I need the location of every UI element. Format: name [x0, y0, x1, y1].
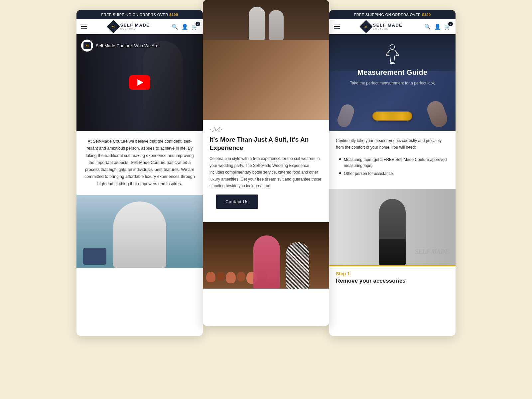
search-icon-3[interactable]: 🔍 [424, 24, 431, 30]
promo-amount-1: $199 [169, 13, 178, 17]
nav-icons-1: 🔍 👤 🛒 2 [172, 24, 198, 30]
crowd-head-3 [226, 272, 236, 283]
logo-symbol-1: M [112, 25, 115, 28]
promo-amount-3: $199 [422, 13, 431, 17]
bullet-dot-1 [339, 158, 341, 160]
measurement-description: Confidently take your measurements corre… [336, 137, 449, 151]
wedding-group-image [203, 0, 329, 40]
brand-name-top-3: SELF MADE [373, 23, 402, 28]
menu-icon-1[interactable] [81, 25, 87, 29]
account-icon-1[interactable]: 👤 [182, 24, 188, 30]
bullet-item-1: Measuring tape (get a FREE Self-Made Cou… [339, 156, 449, 170]
event-crowd-bg [203, 222, 329, 289]
video-title-bar: M Self Made Couture: Who We Are [81, 40, 158, 52]
promo-bar-3: FREE SHIPPING ON ORDERS OVER $199 [329, 10, 456, 19]
bullet-text-2: Other person for assistance [344, 171, 393, 177]
logo-diamond-1: M [107, 20, 120, 33]
pink-figure [253, 235, 280, 289]
phone-1: FREE SHIPPING ON ORDERS OVER $199 M SELF… [76, 10, 203, 336]
brand-name-top-1: SELF MADE [120, 23, 150, 28]
promo-bar-1: FREE SHIPPING ON ORDERS OVER $199 [76, 10, 203, 19]
youtube-logo: M [81, 40, 93, 52]
yt-symbol: M [85, 44, 88, 48]
bag-element [83, 248, 106, 265]
cart-icon-1[interactable]: 🛒 2 [192, 24, 198, 30]
logo-1[interactable]: M SELF MADE COUTURE [109, 22, 150, 31]
section-body-2: Celebrate in style with a free experienc… [203, 155, 329, 195]
measurement-body: Confidently take your measurements corre… [329, 131, 456, 189]
video-title: Self Made Couture: Who We Are [96, 43, 158, 48]
hero-top-bg [203, 0, 329, 40]
group-bg [203, 40, 329, 120]
logo-diamond-3: M [360, 20, 373, 33]
about-text: At Self-Made Couture we believe that the… [83, 138, 196, 188]
phone-2: ·𝓜· It's More Than Just A Suit, It's An … [203, 0, 329, 326]
brand-ornament: ·𝓜· [203, 120, 329, 136]
crowd-head-2 [216, 272, 225, 281]
step-section: Step 1: Remove your accessories [329, 265, 456, 288]
crowd-head-4 [237, 272, 245, 282]
promo-text-3: FREE SHIPPING ON ORDERS OVER [354, 13, 422, 17]
mannequin-icon-wrapper [384, 44, 401, 64]
about-section: At Self-Made Couture we believe that the… [76, 131, 203, 195]
figures-top [249, 7, 284, 40]
cart-badge-1: 2 [196, 22, 200, 26]
watermark-text: SELF MADE [415, 248, 449, 255]
cart-icon-3[interactable]: 🛒 2 [444, 24, 451, 30]
navbar-3: M SELF MADE COUTURE 🔍 👤 🛒 2 [329, 19, 456, 34]
cart-badge-3: 2 [448, 22, 453, 26]
pants-figure [379, 239, 406, 265]
step-title: Remove your accessories [336, 278, 449, 284]
account-icon-3[interactable]: 👤 [434, 24, 441, 30]
phone-3: FREE SHIPPING ON ORDERS OVER $199 M SELF… [329, 10, 456, 336]
checked-figure [286, 242, 309, 289]
mannequin-svg [384, 44, 401, 64]
step-image-inner: SELF MADE [329, 189, 456, 265]
video-section: M Self Made Couture: Who We Are [76, 34, 203, 131]
youtube-logo-inner: M [83, 42, 91, 49]
crowd-head-1 [206, 272, 215, 282]
logo-3[interactable]: M SELF MADE COUTURE [361, 22, 402, 31]
measurement-hero: Measurement Guide Take the perfect measu… [329, 34, 456, 131]
group-wedding-image [203, 40, 329, 120]
bullet-text-1: Measuring tape (get a FREE Self-Made Cou… [344, 157, 449, 169]
nav-icons-3: 🔍 👤 🛒 2 [424, 24, 451, 30]
step-image: SELF MADE [329, 189, 456, 265]
play-button[interactable] [129, 75, 150, 90]
measurement-subtitle: Take the perfect measurement for a perfe… [336, 80, 449, 86]
search-icon-1[interactable]: 🔍 [172, 24, 178, 30]
promo-text-1: FREE SHIPPING ON ORDERS OVER [101, 13, 170, 17]
person-image-card [76, 195, 203, 268]
ornament-text: ·𝓜· [209, 125, 223, 133]
contact-btn-wrapper: Contact Us [203, 195, 329, 222]
svg-point-0 [390, 45, 395, 49]
bullet-list: Measuring tape (get a FREE Self-Made Cou… [336, 156, 449, 182]
screens-container: FREE SHIPPING ON ORDERS OVER $199 M SELF… [50, 10, 482, 336]
measurement-title: Measurement Guide [336, 68, 449, 77]
section-title-2: It's More Than Just A Suit, It's An Expe… [203, 136, 329, 155]
bullet-dot-2 [339, 172, 341, 174]
play-triangle-icon [137, 79, 143, 86]
logo-text-3: SELF MADE COUTURE [373, 23, 402, 30]
bullet-item-2: Other person for assistance [339, 170, 449, 178]
menu-icon-3[interactable] [334, 25, 340, 29]
logo-text-1: SELF MADE COUTURE [120, 23, 150, 30]
tape-measure-display [372, 111, 412, 121]
measurement-content: Measurement Guide Take the perfect measu… [336, 44, 449, 86]
event-image [203, 222, 329, 289]
tape-visual [372, 111, 412, 121]
brand-name-bottom-1: COUTURE [120, 28, 150, 30]
step-label: Step 1: [336, 271, 449, 276]
contact-us-button[interactable]: Contact Us [216, 195, 258, 209]
suit-figure [113, 201, 166, 268]
navbar-1: M SELF MADE COUTURE 🔍 👤 🛒 2 [76, 19, 203, 34]
logo-symbol-3: M [365, 25, 368, 28]
brand-name-bottom-3: COUTURE [373, 28, 402, 30]
